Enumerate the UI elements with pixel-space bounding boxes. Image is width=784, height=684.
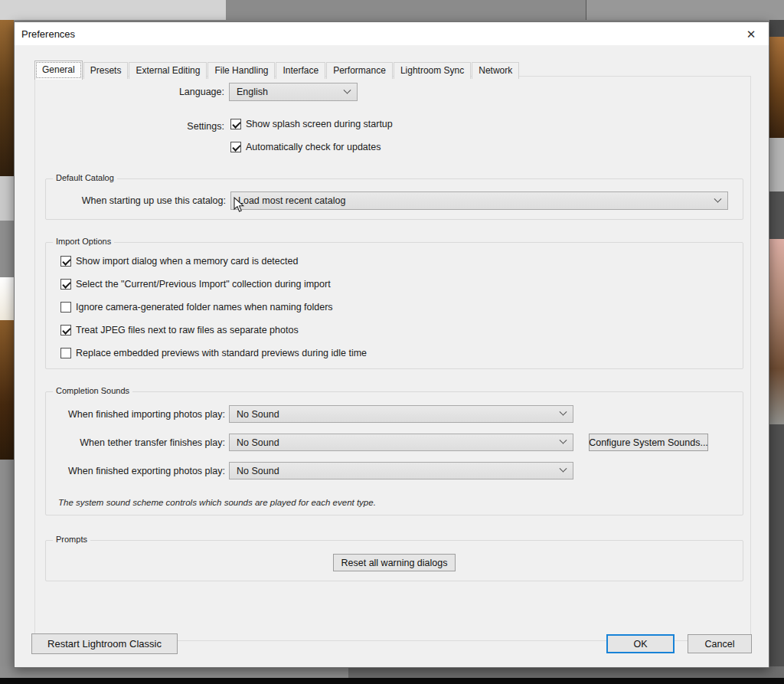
checkbox-ignore-camera-folders[interactable]: Ignore camera-generated folder names whe…	[60, 302, 333, 313]
export-sound-value: No Sound	[237, 466, 279, 476]
checkbox[interactable]	[230, 119, 241, 129]
background-bottombar-right	[348, 666, 784, 678]
background-photo-strip	[0, 221, 14, 277]
dialog-titlebar: Preferences ✕	[15, 22, 769, 45]
chevron-down-icon	[714, 195, 722, 202]
checkbox-show-splash[interactable]: Show splash screen during startup	[230, 119, 393, 129]
checkbox[interactable]	[60, 348, 71, 358]
startup-catalog-value: Load most recent catalog	[238, 195, 345, 206]
background-photo-strip	[769, 239, 784, 424]
chevron-down-icon	[560, 437, 567, 444]
background-photo-strip	[769, 191, 784, 239]
checkbox-label: Automatically check for updates	[246, 142, 381, 152]
tab-strip: General Presets External Editing File Ha…	[34, 61, 520, 79]
tab-presets[interactable]: Presets	[83, 62, 129, 79]
language-value: English	[237, 87, 268, 97]
language-dropdown[interactable]: English	[229, 83, 358, 101]
background-black-strip	[0, 678, 784, 684]
checkbox[interactable]	[60, 279, 71, 290]
preferences-dialog: Preferences ✕ General Presets External E…	[14, 21, 769, 668]
tab-external-editing[interactable]: External Editing	[129, 62, 207, 79]
background-photo-strip	[0, 460, 14, 668]
background-photo-strip	[0, 320, 14, 460]
checkbox-label: Treat JPEG files next to raw files as se…	[76, 325, 299, 335]
configure-system-sounds-button[interactable]: Configure System Sounds...	[589, 434, 708, 451]
import-options-title: Import Options	[53, 237, 114, 246]
chevron-down-icon	[344, 86, 351, 93]
checkbox-treat-jpeg-separate[interactable]: Treat JPEG files next to raw files as se…	[60, 325, 299, 335]
close-icon[interactable]: ✕	[741, 27, 761, 42]
startup-catalog-label: When starting up use this catalog:	[60, 195, 226, 206]
sound-scheme-note: The system sound scheme controls which s…	[58, 498, 376, 507]
import-sound-label: When finished importing photos play:	[58, 409, 225, 420]
checkbox[interactable]	[60, 256, 71, 267]
checkbox-label: Select the "Current/Previous Import" col…	[76, 279, 331, 290]
restart-lightroom-button[interactable]: Restart Lightroom Classic	[31, 633, 178, 654]
reset-warning-dialogs-button[interactable]: Reset all warning dialogs	[333, 554, 456, 571]
background-topbar-middle	[226, 0, 586, 20]
tether-sound-label: When tether transfer finishes play:	[58, 437, 225, 448]
ok-button[interactable]: OK	[606, 634, 675, 653]
background-photo-strip	[769, 424, 784, 668]
prompts-title: Prompts	[53, 535, 90, 544]
background-photo-strip	[0, 277, 14, 320]
completion-sounds-title: Completion Sounds	[53, 386, 132, 395]
tab-lightroom-sync[interactable]: Lightroom Sync	[394, 62, 471, 79]
dialog-title: Preferences	[21, 28, 75, 40]
tether-sound-value: No Sound	[237, 437, 279, 448]
cancel-button[interactable]: Cancel	[688, 634, 752, 653]
checkbox-auto-updates[interactable]: Automatically check for updates	[230, 142, 381, 152]
tether-sound-dropdown[interactable]: No Sound	[229, 434, 573, 451]
chevron-down-icon	[560, 408, 567, 416]
checkbox-import-dialog[interactable]: Show import dialog when a memory card is…	[60, 256, 298, 267]
language-label: Language:	[91, 87, 224, 97]
background-topbar-left	[0, 0, 226, 20]
tab-network[interactable]: Network	[472, 62, 519, 79]
background-photo-strip	[769, 37, 784, 138]
background-topbar-right	[586, 0, 784, 20]
import-sound-dropdown[interactable]: No Sound	[229, 405, 573, 423]
checkbox[interactable]	[60, 325, 71, 335]
checkbox-select-current-import[interactable]: Select the "Current/Previous Import" col…	[60, 279, 331, 290]
chevron-down-icon	[560, 465, 567, 473]
checkbox-label: Replace embedded previews with standard …	[76, 348, 367, 358]
background-photo-strip	[769, 20, 784, 37]
tab-interface[interactable]: Interface	[276, 62, 325, 79]
checkbox[interactable]	[230, 142, 241, 152]
tab-general[interactable]: General	[34, 61, 83, 80]
checkbox-replace-embedded-previews[interactable]: Replace embedded previews with standard …	[60, 348, 367, 358]
background-photo-strip	[0, 20, 14, 176]
background-photo-strip	[769, 138, 784, 191]
background-bottombar-left	[0, 666, 348, 678]
checkbox[interactable]	[60, 302, 71, 313]
import-sound-value: No Sound	[237, 409, 279, 420]
background-photo-strip	[0, 176, 14, 221]
settings-label: Settings:	[91, 121, 224, 132]
tab-file-handling[interactable]: File Handling	[207, 62, 275, 79]
checkbox-label: Show import dialog when a memory card is…	[76, 256, 298, 267]
startup-catalog-dropdown[interactable]: Load most recent catalog	[230, 191, 728, 210]
default-catalog-title: Default Catalog	[53, 173, 117, 182]
export-sound-dropdown[interactable]: No Sound	[229, 462, 573, 479]
tab-performance[interactable]: Performance	[326, 62, 393, 79]
checkbox-label: Ignore camera-generated folder names whe…	[76, 302, 333, 313]
checkbox-label: Show splash screen during startup	[246, 119, 393, 129]
export-sound-label: When finished exporting photos play:	[58, 466, 225, 476]
